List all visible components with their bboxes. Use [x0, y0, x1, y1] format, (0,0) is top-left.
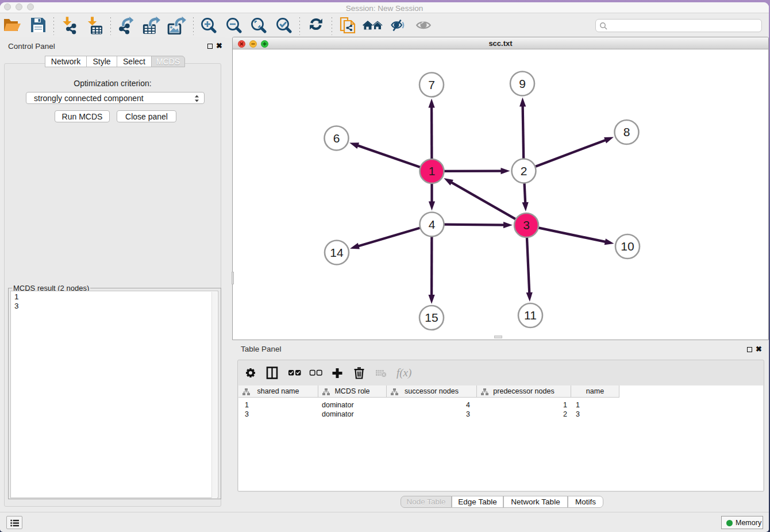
svg-text:11: 11: [524, 309, 537, 322]
svg-text:1: 1: [429, 164, 436, 178]
svg-text:7: 7: [428, 78, 435, 91]
svg-text:4: 4: [429, 218, 436, 231]
svg-text:15: 15: [425, 311, 438, 324]
svg-text:f(x): f(x): [396, 367, 411, 379]
svg-text:9: 9: [519, 77, 526, 90]
svg-text:6: 6: [333, 132, 340, 145]
svg-text:3: 3: [523, 218, 530, 232]
svg-text:8: 8: [623, 125, 630, 138]
svg-text:14: 14: [330, 246, 344, 259]
svg-text:2: 2: [521, 164, 528, 178]
svg-text:10: 10: [621, 240, 634, 253]
